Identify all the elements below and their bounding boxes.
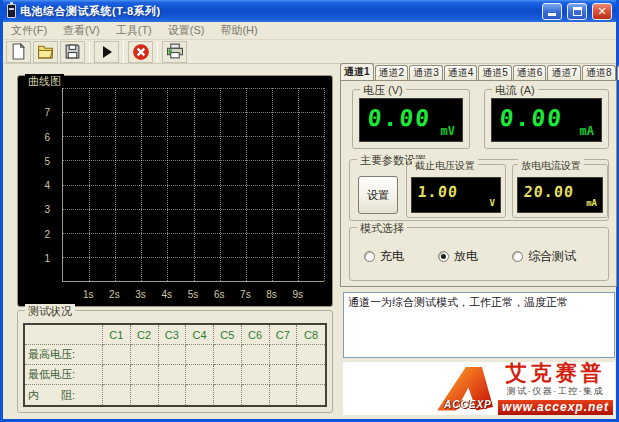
table-cell [270, 365, 298, 385]
table-row-header: 最低电压: [25, 365, 103, 385]
cutoff-voltage-display: 1.00 V [411, 177, 501, 213]
cutoff-voltage-label: 截止电压设置 [412, 159, 478, 173]
window-title: 电池综合测试系统(T-8系列) [20, 4, 537, 19]
tab[interactable]: 通道7 [547, 65, 581, 80]
y-tick: 2 [44, 228, 50, 239]
voltage-label: 电压 (V) [360, 83, 406, 98]
discharge-current-display: 20.00 mA [517, 177, 603, 213]
voltage-unit: mV [441, 124, 455, 138]
maximize-icon [573, 7, 582, 16]
y-axis-labels: 7654321 [18, 88, 58, 282]
toolbar [3, 40, 616, 64]
maximize-button[interactable] [567, 3, 587, 20]
channel-status-textbox: 通道一为综合测试模式，工作正常，温度正常 [343, 292, 615, 358]
y-tick: 7 [44, 107, 50, 118]
voltage-display: 0.00 mV [359, 98, 463, 142]
set-button[interactable]: 设置 [358, 176, 398, 214]
table-cell [297, 385, 325, 405]
plot-area [62, 88, 324, 282]
mode-radio[interactable]: 充电 [364, 248, 404, 265]
x-tick: 8s [266, 289, 277, 300]
table-row-header: 内 阻: [25, 385, 103, 405]
discharge-current-label: 放电电流设置 [518, 159, 584, 173]
x-tick: 2s [109, 289, 120, 300]
params-group: 主要参数设置 设置 截止电压设置 1.00 V 放电电流设置 20.00 mA [349, 159, 609, 221]
y-tick: 4 [44, 180, 50, 191]
current-label: 电流 (A) [492, 83, 538, 98]
tab[interactable]: 通道4 [444, 65, 478, 80]
x-axis-labels: 1s2s3s4s5s6s7s8s9s [62, 287, 324, 303]
cutoff-voltage-unit: V [490, 198, 495, 208]
table-cell [186, 345, 214, 365]
accexp-logo-icon: ACCEXP [437, 367, 493, 411]
table-col-header: C1 [103, 325, 131, 345]
table-cell [242, 345, 270, 365]
table-cell [297, 345, 325, 365]
mode-label: 模式选择 [357, 221, 407, 236]
test-status-group: 测试状况 C1C2C3C4C5C6C7C8最高电压:最低电压:内 阻: [17, 310, 333, 413]
mode-radio[interactable]: 放电 [438, 248, 478, 265]
current-group: 电流 (A) 0.00 mA [484, 89, 609, 149]
close-button[interactable]: ✕ [592, 3, 612, 20]
table-cell [159, 345, 187, 365]
tab[interactable]: 通道3 [409, 65, 443, 80]
table-cell [186, 365, 214, 385]
minimize-button[interactable] [542, 3, 562, 20]
tab[interactable]: 通道8 [582, 65, 616, 80]
current-unit: mA [580, 124, 594, 138]
menu-item[interactable]: 设置(S) [168, 23, 205, 38]
table-col-header: C5 [214, 325, 242, 345]
table-cell [270, 385, 298, 405]
channel1-panel: 电压 (V) 0.00 mV 电流 (A) 0.00 mA 主要参数设置 设置 … [340, 80, 617, 287]
tab[interactable]: 通道2 [375, 65, 409, 80]
title-bar: 电池综合测试系统(T-8系列) ✕ [3, 0, 616, 22]
toolbar-separator [89, 42, 90, 62]
logo-url: www.accexp.net [498, 400, 613, 415]
save-file-button[interactable] [60, 41, 85, 63]
x-tick: 1s [83, 289, 94, 300]
tab[interactable]: 通道5 [478, 65, 512, 80]
open-folder-icon [37, 43, 55, 60]
stop-test-button[interactable] [128, 41, 153, 63]
menu-item[interactable]: 工具(T) [116, 23, 152, 38]
toolbar-separator [123, 42, 124, 62]
new-file-button[interactable] [6, 41, 31, 63]
y-tick: 6 [44, 131, 50, 142]
curve-graph-title: 曲线图 [25, 74, 64, 89]
table-cell [103, 385, 131, 405]
printer-icon [166, 43, 184, 60]
battery-app-icon [7, 4, 16, 18]
table-col-header: C3 [159, 325, 187, 345]
new-file-icon [10, 43, 27, 60]
table-cell [159, 385, 187, 405]
tab[interactable]: 通道1 [340, 63, 374, 80]
table-cell [214, 365, 242, 385]
table-col-header: C6 [242, 325, 270, 345]
table-cell [214, 345, 242, 365]
logo-tagline: 测试·仪器·工控·集成 [507, 385, 605, 398]
menu-bar: 文件(F)查看(V)工具(T)设置(S)帮助(H) [3, 22, 616, 40]
menu-item[interactable]: 文件(F) [11, 23, 47, 38]
stop-icon [132, 43, 150, 61]
tab[interactable]: 通道6 [513, 65, 547, 80]
table-col-header: C2 [131, 325, 159, 345]
test-status-table: C1C2C3C4C5C6C7C8最高电压:最低电压:内 阻: [23, 323, 327, 407]
discharge-current-group: 放电电流设置 20.00 mA [512, 164, 608, 218]
table-col-header: C4 [186, 325, 214, 345]
start-test-button[interactable] [94, 41, 119, 63]
table-cell [131, 385, 159, 405]
print-button[interactable] [162, 41, 187, 63]
mode-options: 充电 放电 综合测试 [364, 248, 602, 265]
menu-item[interactable]: 查看(V) [63, 23, 100, 38]
table-cell [103, 345, 131, 365]
current-display: 0.00 mA [491, 98, 602, 142]
mode-radio[interactable]: 综合测试 [512, 248, 576, 265]
table-cell [297, 365, 325, 385]
menu-item[interactable]: 帮助(H) [220, 23, 257, 38]
radio-icon [512, 251, 523, 262]
table-cell [131, 345, 159, 365]
open-file-button[interactable] [33, 41, 58, 63]
table-col-header: C7 [270, 325, 298, 345]
mode-group: 模式选择 充电 放电 综合测试 [349, 227, 609, 281]
test-status-title: 测试状况 [25, 304, 75, 319]
